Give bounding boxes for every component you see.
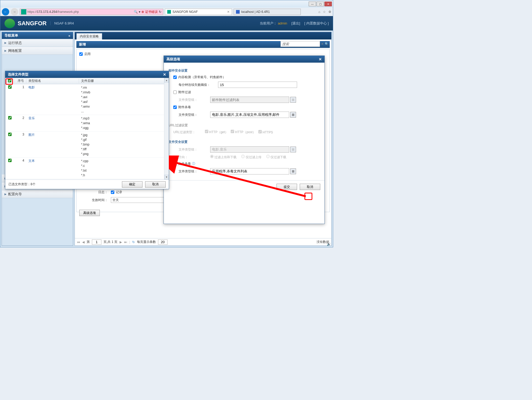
attach-scan-picker-icon[interactable]: ⊞ xyxy=(290,112,296,118)
url-text: https://172.172.4.254/framework.php xyxy=(27,10,132,14)
search-input[interactable] xyxy=(280,41,320,47)
brand-name: SANGFOR xyxy=(18,20,47,27)
app-header: SANGFOR NGAF 6.9R4 当前用户： admin [退出] [ 内置… xyxy=(0,16,333,31)
effective-time-label: 生效时间： xyxy=(79,198,111,202)
dialog-close-icon[interactable]: ✕ xyxy=(319,57,322,61)
mail-filetype-input xyxy=(210,97,289,103)
current-user-label: 当前用户： xyxy=(260,21,277,25)
search-icon[interactable]: 🔍 xyxy=(134,10,138,14)
info-icon[interactable]: ⓘ xyxy=(192,162,195,166)
table-row[interactable]: 1电影*.rm*.rmvb*.avi*.asf*.wmv... xyxy=(5,84,169,115)
col-ext-header: 文件后缀 xyxy=(79,79,169,83)
row-name[interactable]: 电影 xyxy=(26,84,79,115)
row-checkbox[interactable] xyxy=(8,85,12,89)
scroll-up-icon[interactable]: ▲ xyxy=(164,78,169,83)
cancel-button[interactable]: 取消 xyxy=(145,181,166,188)
table-row[interactable]: 3图片*.jpg*.gif*.bmp*.tiff*.png xyxy=(5,132,169,158)
tab-label: localhost | AD 6.4R1 xyxy=(241,10,270,14)
file-scan-picker-icon[interactable]: ⊞ xyxy=(290,168,296,174)
sidebar-collapse-icon[interactable]: « xyxy=(68,34,70,38)
tab-content-policy[interactable]: 内容安全策略 xyxy=(76,33,102,39)
tab-close-icon[interactable]: ✕ xyxy=(227,10,230,14)
select-all-checkbox[interactable] xyxy=(8,79,11,82)
datacenter-link[interactable]: [ 内置数据中心 ] xyxy=(304,21,329,26)
enable-label: 启用 xyxy=(84,52,91,56)
row-num: 2 xyxy=(14,115,26,131)
log-label: 日志： xyxy=(79,190,111,194)
fail-threshold-input[interactable] xyxy=(218,82,297,88)
table-row[interactable]: 2音乐*.mp3*.wma*.ogg xyxy=(5,115,169,132)
file-scan-checkbox[interactable] xyxy=(173,162,177,166)
window-title-bar: — ▢ ✕ xyxy=(0,0,333,8)
tools-icon[interactable]: ⚙ xyxy=(328,10,331,14)
row-name[interactable]: 音乐 xyxy=(26,115,79,131)
row-name[interactable]: 文本 xyxy=(26,158,79,179)
sidebar-item-wizard[interactable]: ▶配置向导 xyxy=(2,190,73,198)
sidebar-header: 导航菜单 « xyxy=(2,32,73,39)
dialog-close-icon[interactable]: ✕ xyxy=(163,72,166,77)
dir-down-radio xyxy=(266,155,270,158)
table-header: 序号 类型组名 文件后缀 xyxy=(5,78,169,84)
last-page-icon[interactable]: ⏭ xyxy=(124,240,127,244)
browser-tab-2[interactable]: localhost | AD 6.4R1 xyxy=(234,9,301,15)
page-input[interactable] xyxy=(92,239,101,245)
nav-back-button[interactable]: ← xyxy=(2,8,9,16)
cert-error-label[interactable]: 证书错误 xyxy=(145,10,158,14)
log-record-checkbox[interactable] xyxy=(111,191,114,194)
scrollbar[interactable]: ▲ ▼ xyxy=(164,78,169,179)
window-minimize-button[interactable]: — xyxy=(309,2,316,6)
advanced-options-dialog: 高级选项 ✕ 邮件安全设置 内容检测（异常账号、钓鱼邮件） 每分钟连续失败阈值：… xyxy=(164,56,325,224)
row-checkbox[interactable] xyxy=(8,116,12,119)
prev-page-icon[interactable]: ◀ xyxy=(82,240,85,244)
attach-filter-checkbox[interactable] xyxy=(173,91,177,94)
attach-scan-label: 附件杀毒 xyxy=(178,105,191,109)
search-clear-icon[interactable]: ✕ xyxy=(321,42,324,46)
sound-icon[interactable]: 🔊 xyxy=(327,242,331,246)
address-bar[interactable]: https://172.172.4.254/framework.php 🔍▾ ⊗… xyxy=(20,9,163,15)
logout-link[interactable]: [退出] xyxy=(291,21,300,26)
ok-button[interactable]: 确定 xyxy=(122,181,142,188)
row-num: 4 xyxy=(14,158,26,179)
row-checkbox[interactable] xyxy=(8,133,12,136)
file-scan-filetype-input[interactable] xyxy=(210,168,289,174)
attach-filter-label: 附件过滤 xyxy=(178,90,191,94)
col-num-header: 序号 xyxy=(14,79,26,83)
search-go-icon[interactable]: 🔍 xyxy=(325,42,329,46)
content-check-checkbox[interactable] xyxy=(173,76,177,79)
home-icon[interactable]: ⌂ xyxy=(318,10,320,14)
row-num: 3 xyxy=(14,132,26,157)
browser-tab-1[interactable]: SANGFOR NGAF ✕ xyxy=(165,9,232,15)
first-page-icon[interactable]: ⏮ xyxy=(77,240,80,244)
fail-threshold-label: 每分钟连续失败阈值： xyxy=(179,83,218,87)
next-page-icon[interactable]: ▶ xyxy=(120,240,122,244)
attach-scan-filetype-input[interactable] xyxy=(210,112,289,118)
browser-toolbar: ← → https://172.172.4.254/framework.php … xyxy=(0,8,333,16)
dialog-title: 高级选项 xyxy=(166,57,180,62)
advanced-options-button[interactable]: 高级选项 xyxy=(79,210,100,216)
window-close-button[interactable]: ✕ xyxy=(324,2,332,6)
content-tab-strip: 内容安全策略 xyxy=(75,32,331,39)
scroll-down-icon[interactable]: ▼ xyxy=(164,175,169,179)
enable-checkbox[interactable] xyxy=(79,52,83,56)
attach-scan-checkbox[interactable] xyxy=(173,106,177,109)
tab-favicon xyxy=(167,10,171,14)
per-page-input[interactable] xyxy=(158,239,168,245)
http-post-checkbox xyxy=(231,130,234,133)
url-section-title: URL过滤设置 xyxy=(169,123,320,128)
row-checkbox[interactable] xyxy=(8,159,12,162)
https-checkbox xyxy=(258,130,262,133)
window-maximize-button[interactable]: ▢ xyxy=(317,2,324,6)
favorites-icon[interactable]: ☆ xyxy=(323,10,326,14)
refresh-icon[interactable]: ↻ xyxy=(159,10,161,14)
nav-forward-button[interactable]: → xyxy=(11,8,18,16)
cancel-button[interactable]: 取消 xyxy=(300,184,320,190)
table-row[interactable]: 4文本*.cpp*.c*.txt*.h xyxy=(5,158,169,179)
dialog-title: 选择文件类型 xyxy=(8,72,28,77)
sidebar-item-network[interactable]: ▶网络配置 xyxy=(2,47,73,55)
row-name[interactable]: 图片 xyxy=(26,132,79,157)
file-filter-filetype-input xyxy=(210,146,289,153)
refresh-page-icon[interactable]: ↻ xyxy=(132,240,135,244)
row-num: 1 xyxy=(14,84,26,115)
sidebar-item-status[interactable]: ▶运行状态 xyxy=(2,39,73,47)
submit-button[interactable]: 提交 xyxy=(277,184,297,190)
